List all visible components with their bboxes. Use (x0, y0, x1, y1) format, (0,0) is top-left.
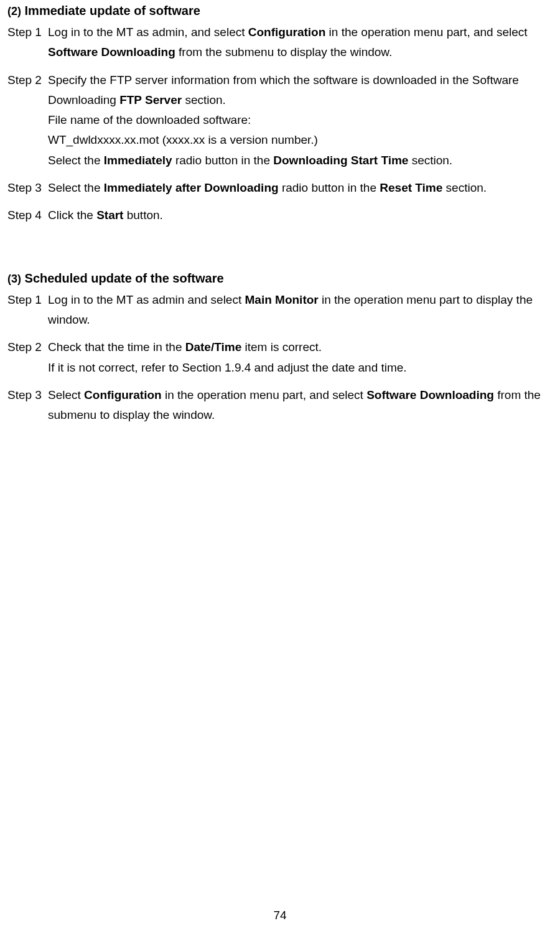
step-label: Step 1 (7, 22, 48, 63)
step-label: Step 3 (7, 385, 48, 426)
step-body: Check that the time in the Date/Time ite… (48, 337, 553, 378)
step-body: Click the Start button. (48, 205, 553, 225)
step-text: Select the Immediately radio button in t… (48, 151, 553, 171)
section-2-step-1: Step 1 Log in to the MT as admin, and se… (7, 22, 553, 63)
step-text: Select the Immediately after Downloading… (48, 178, 553, 198)
section-2-step-4: Step 4 Click the Start button. (7, 205, 553, 225)
section-2-step-3: Step 3 Select the Immediately after Down… (7, 178, 553, 198)
step-body: Specify the FTP server information from … (48, 70, 553, 171)
section-3-step-3: Step 3 Select Configuration in the opera… (7, 385, 553, 426)
step-text: Click the Start button. (48, 205, 553, 225)
step-label: Step 3 (7, 178, 48, 198)
step-label: Step 2 (7, 337, 48, 378)
step-text: Specify the FTP server information from … (48, 70, 553, 111)
step-text: Log in to the MT as admin and select Mai… (48, 290, 553, 330)
section-3-number: (3) (7, 273, 21, 285)
step-label: Step 4 (7, 205, 48, 225)
step-text: File name of the downloaded software: (48, 110, 553, 130)
step-text: Select Configuration in the operation me… (48, 385, 553, 426)
section-2-heading: (2) Immediate update of software (7, 0, 553, 21)
page-number: 74 (0, 906, 560, 925)
step-label: Step 1 (7, 290, 48, 330)
step-label: Step 2 (7, 70, 48, 171)
section-2-step-2: Step 2 Specify the FTP server informatio… (7, 70, 553, 171)
step-text: Log in to the MT as admin, and select Co… (48, 22, 553, 63)
section-3-heading: (3) Scheduled update of the software (7, 268, 553, 289)
step-text: Check that the time in the Date/Time ite… (48, 337, 553, 357)
section-3-title: Scheduled update of the software (25, 271, 224, 285)
step-body: Log in to the MT as admin and select Mai… (48, 290, 553, 330)
section-3-step-1: Step 1 Log in to the MT as admin and sel… (7, 290, 553, 330)
step-text: If it is not correct, refer to Section 1… (48, 358, 553, 378)
step-text-indented: WT_dwldxxxx.xx.mot (xxxx.xx is a version… (48, 130, 553, 150)
step-body: Log in to the MT as admin, and select Co… (48, 22, 553, 63)
section-3-step-2: Step 2 Check that the time in the Date/T… (7, 337, 553, 378)
step-body: Select Configuration in the operation me… (48, 385, 553, 426)
section-2-number: (2) (7, 5, 21, 17)
section-2-title: Immediate update of software (25, 4, 200, 17)
step-body: Select the Immediately after Downloading… (48, 178, 553, 198)
